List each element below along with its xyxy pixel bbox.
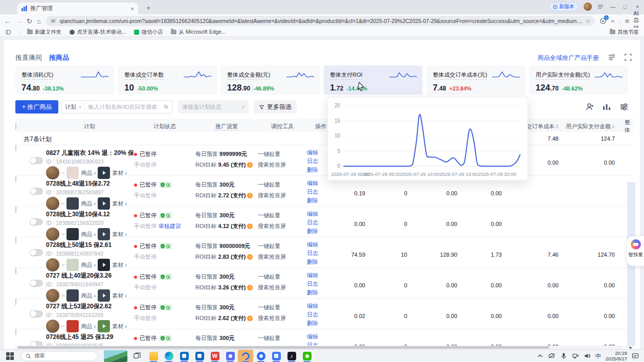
horizontal-scrollbar[interactable]: ▶ — [15, 346, 633, 349]
plan-title[interactable]: 0728线上48退15保2.72 — [46, 179, 134, 188]
row-checkbox[interactable] — [15, 237, 16, 244]
search-first-screen[interactable]: 搜索抢首屏 — [258, 314, 307, 322]
forward-icon[interactable]: → — [15, 17, 22, 25]
volume-icon[interactable] — [584, 352, 591, 359]
log-link[interactable]: 日志 — [307, 342, 335, 346]
site-settings-icon[interactable] — [50, 18, 56, 24]
one-key-boost[interactable]: 一键起量 — [258, 181, 307, 189]
hidden-icons-chevron[interactable] — [537, 352, 544, 359]
row-checkbox[interactable] — [15, 175, 16, 183]
microphone-icon[interactable] — [560, 352, 567, 359]
one-key-boost[interactable]: 一键起量 — [258, 273, 307, 281]
ime-indicator[interactable]: 中 — [595, 352, 601, 360]
wechat-icon[interactable] — [299, 350, 315, 362]
tab-close-icon[interactable]: × — [131, 6, 134, 12]
header-tools[interactable]: 调控工具 — [258, 123, 307, 130]
bookmark-star-icon[interactable]: ☆ — [586, 18, 590, 24]
row-toggle[interactable] — [30, 188, 43, 195]
reload-icon[interactable]: ↻ — [27, 17, 32, 25]
widgets-weather-image[interactable] — [104, 350, 127, 362]
header-plan[interactable]: 计划 — [45, 123, 134, 130]
bookmark-item[interactable]: 微信小店 — [134, 29, 163, 36]
plan-title[interactable]: 0727 线上40退20保3.26 — [46, 272, 134, 280]
header-settings[interactable]: 推广设置 — [195, 123, 258, 130]
blue-circle-app-icon[interactable] — [253, 350, 269, 362]
plan-title[interactable]: 0728线上30退10保4.12 — [46, 210, 134, 219]
tab-promote-product[interactable]: 推商品 — [49, 53, 69, 62]
browser-tab[interactable]: 推广管理 × — [17, 3, 138, 14]
sort-icon[interactable] — [612, 124, 615, 129]
one-key-boost[interactable]: 一键起量 — [258, 304, 307, 311]
product-manual-link[interactable]: 商品全域推广产品手册 — [538, 54, 599, 62]
plan-title[interactable]: 0827 儿童雨衣 14% 退：20% 保：9.92 — [46, 149, 134, 157]
bookmark-item[interactable]: 从 Microsoft Edge... — [171, 29, 226, 36]
task-view-icon[interactable] — [134, 352, 141, 359]
edit-link[interactable]: 编辑 — [307, 302, 335, 310]
taskbar-search[interactable]: 搜索 — [21, 351, 98, 361]
header-status[interactable]: 计划状态 — [134, 123, 195, 130]
row-checkbox[interactable] — [15, 329, 16, 336]
metric-card[interactable]: 整体成交金额(元)128.90-46.89% — [221, 65, 320, 95]
edit-link[interactable]: 编辑 — [307, 333, 335, 341]
row-toggle[interactable] — [30, 341, 43, 346]
extension-badge-icon[interactable]: 1 — [599, 17, 607, 25]
sort-icon[interactable] — [556, 124, 559, 129]
active-browser-icon[interactable] — [238, 350, 253, 362]
metric-card[interactable]: 整体支付ROI1.72-14.43% — [324, 65, 423, 95]
back-icon[interactable]: ← — [4, 17, 11, 25]
microsoft-store-icon[interactable] — [176, 350, 192, 362]
select-all-checkbox[interactable] — [15, 123, 16, 130]
log-link[interactable]: 日志 — [307, 250, 335, 257]
log-link[interactable]: 日志 — [307, 280, 335, 288]
metric-card[interactable]: 整体成交订单数10-50.00% — [118, 65, 217, 95]
row-checkbox[interactable] — [15, 298, 16, 305]
outlook-icon[interactable] — [192, 350, 207, 362]
filter-sliders-icon[interactable] — [619, 102, 629, 112]
file-explorer-icon[interactable] — [146, 350, 161, 362]
edit-link[interactable]: 编辑 — [307, 210, 335, 218]
minimize-icon[interactable]: — — [609, 4, 616, 10]
row-toggle[interactable] — [30, 310, 43, 318]
cloud-app-icon[interactable] — [269, 350, 284, 362]
tab-live-room[interactable]: 推直播间 — [15, 53, 42, 62]
close-window-icon[interactable]: × — [634, 4, 641, 10]
new-version-button[interactable]: 新版本 — [549, 2, 579, 11]
header-metric[interactable]: 用户实际支付金额 — [563, 123, 619, 130]
delete-link[interactable]: 删除 — [307, 197, 335, 205]
edit-link[interactable]: 编辑 — [307, 241, 335, 248]
row-checkbox[interactable] — [15, 206, 16, 213]
log-link[interactable]: 日志 — [307, 219, 335, 227]
row-toggle[interactable] — [30, 157, 43, 164]
review-suggestion-link[interactable]: 审核建议 — [159, 223, 181, 229]
delete-link[interactable]: 删除 — [307, 258, 335, 266]
wps-icon[interactable]: W — [207, 350, 223, 362]
log-link[interactable]: 日志 — [307, 188, 335, 196]
bookmark-item[interactable]: 虎牙直播-技术驱动... — [70, 29, 126, 36]
maximize-icon[interactable]: □ — [621, 4, 629, 10]
bookmark-item[interactable]: 新建文件夹 — [27, 29, 62, 36]
search-first-screen[interactable]: 搜索抢首屏 — [258, 222, 307, 230]
search-first-screen[interactable]: 搜索抢首屏 — [258, 253, 307, 261]
edge-icon[interactable] — [161, 350, 176, 362]
search-first-screen[interactable]: 搜索抢首屏 — [258, 161, 307, 169]
row-toggle[interactable] — [30, 280, 43, 287]
onedrive-paused-icon[interactable] — [548, 352, 556, 359]
plan-type-select[interactable]: 计划∨ — [62, 101, 85, 113]
one-key-boost[interactable]: 一键起量 — [258, 150, 307, 158]
account-manager-icon[interactable] — [585, 102, 595, 112]
delete-link[interactable]: 删除 — [307, 320, 335, 327]
plan-title[interactable]: 0727 线上53退20保2.62 — [46, 302, 134, 311]
one-key-boost[interactable]: 一键起量 — [258, 242, 307, 250]
row-checkbox[interactable] — [15, 267, 16, 275]
fullscreen-icon[interactable] — [624, 53, 633, 62]
metric-card[interactable]: 整体消耗(元)74.80-38.13% — [15, 65, 114, 95]
notification-center-icon[interactable] — [632, 352, 639, 359]
search-first-screen[interactable]: 搜索抢首屏 — [258, 192, 307, 199]
search-input[interactable] — [85, 104, 164, 110]
side-panel-icon[interactable] — [5, 29, 11, 35]
delete-link[interactable]: 删除 — [307, 228, 335, 235]
search-icon[interactable] — [164, 104, 169, 110]
url-bar[interactable]: qianchuan.jinritemai.com/uni-prom?aavid=… — [46, 16, 595, 26]
layout-settings-icon[interactable] — [607, 53, 616, 62]
new-tab-icon[interactable]: + — [144, 4, 152, 12]
